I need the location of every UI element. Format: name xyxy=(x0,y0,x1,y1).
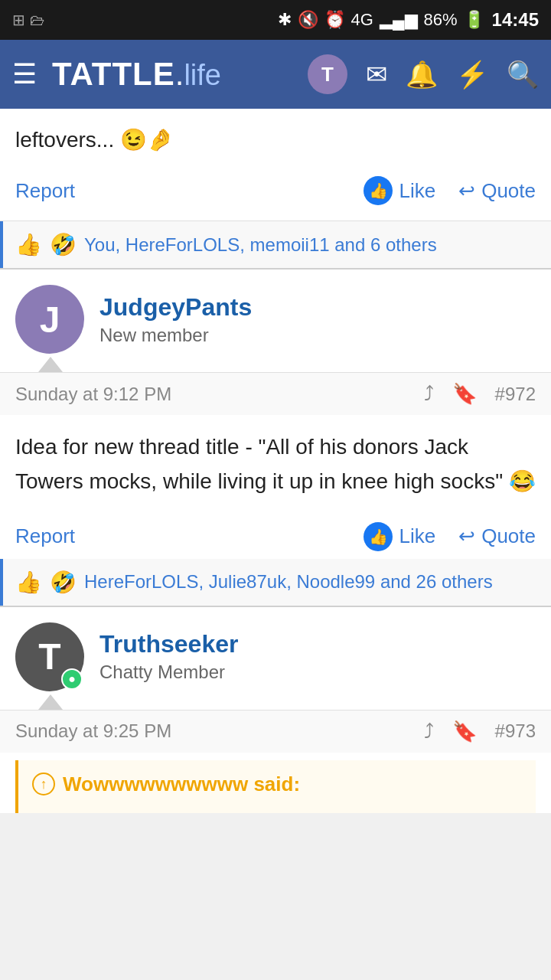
hamburger-menu-icon[interactable]: ☰ xyxy=(12,58,37,90)
online-icon: ● xyxy=(68,672,76,686)
like-reaction-icon: 👍 xyxy=(15,232,42,257)
report-button-972[interactable]: Report xyxy=(15,524,75,548)
alarm-icon: ⏰ xyxy=(324,10,345,30)
post-972: J JudgeyPants New member Sunday at 9:12 … xyxy=(0,270,551,606)
quote-icon: ↩ xyxy=(458,179,475,203)
lightning-icon[interactable]: ⚡ xyxy=(456,59,488,90)
quote-up-icon-973[interactable]: ↑ xyxy=(32,773,55,795)
top-navigation: ☰ TATTLE . life T ✉ 🔔 ⚡ 🔍 xyxy=(0,40,551,109)
like-thumb-icon: 👍 xyxy=(364,176,393,205)
username-judgeypants[interactable]: JudgeyPants xyxy=(99,293,536,322)
like-reaction-icon-972: 👍 xyxy=(15,570,42,595)
report-button[interactable]: Report xyxy=(15,179,75,203)
post-fragment-actions: Report 👍 Like ↩ Quote xyxy=(15,168,536,213)
post-972-meta: Sunday at 9:12 PM ⤴ 🔖 #972 xyxy=(0,372,551,415)
bookmark-icon-973[interactable]: 🔖 xyxy=(452,720,477,743)
user-info-judgeypants: JudgeyPants New member xyxy=(99,293,536,346)
like-label-972: Like xyxy=(399,524,435,548)
site-logo: TATTLE . life xyxy=(52,56,292,93)
post-pointer-972 xyxy=(38,357,63,372)
status-bar: ⊞ 🗁 ✱ 🔇 ⏰ 4G ▂▄▆ 86% 🔋 14:45 xyxy=(0,0,551,40)
quote-author-name-973: Wowwwwwwwwww said: xyxy=(63,773,300,796)
signal-bars: ▂▄▆ xyxy=(380,10,418,30)
post-fragment-text: leftovers... 😉🤌 xyxy=(15,124,536,156)
nav-icons: T ✉ 🔔 ⚡ 🔍 xyxy=(308,54,539,94)
post-973-time: Sunday at 9:25 PM xyxy=(15,720,171,742)
reaction-names-fragment[interactable]: You, HereForLOLS, memoii11 and 6 others xyxy=(84,234,437,256)
quote-author-973: ↑ Wowwwwwwwwww said: xyxy=(32,773,522,796)
share-icon-973[interactable]: ⤴ xyxy=(424,720,434,743)
reactions-bar-972: 👍 🤣 HereForLOLS, Julie87uk, Noodle99 and… xyxy=(0,559,551,606)
post-number-973: #973 xyxy=(495,720,536,742)
status-icons: ✱ 🔇 ⏰ 4G ▂▄▆ 86% 🔋 xyxy=(278,10,484,30)
quote-label-972: Quote xyxy=(481,524,536,548)
like-thumb-icon-972: 👍 xyxy=(364,522,393,551)
avatar-truthseeker: T ● xyxy=(15,622,84,691)
quote-icon-972: ↩ xyxy=(458,524,475,548)
bell-icon[interactable]: 🔔 xyxy=(406,59,438,90)
like-label: Like xyxy=(399,179,435,203)
post-973-meta-right: ⤴ 🔖 #973 xyxy=(424,720,536,743)
like-button-972[interactable]: 👍 Like xyxy=(364,522,435,551)
post-972-time: Sunday at 9:12 PM xyxy=(15,384,171,405)
share-icon-972[interactable]: ⤴ xyxy=(424,382,434,406)
reaction-names-972[interactable]: HereForLOLS, Julie87uk, Noodle99 and 26 … xyxy=(84,571,493,593)
like-quote-actions-972: 👍 Like ↩ Quote xyxy=(364,522,536,551)
like-button[interactable]: 👍 Like xyxy=(364,176,435,205)
post-972-meta-right: ⤴ 🔖 #972 xyxy=(424,382,536,406)
signal-icon: 4G xyxy=(351,10,373,30)
logo-dot: . xyxy=(175,56,184,93)
battery-icon: 🔋 xyxy=(464,10,484,30)
quote-label: Quote xyxy=(481,179,536,203)
username-truthseeker[interactable]: Truthseeker xyxy=(99,630,536,658)
user-role-truthseeker: Chatty Member xyxy=(99,662,536,683)
laugh-reaction-icon: 🤣 xyxy=(50,232,77,257)
post-973-meta: Sunday at 9:25 PM ⤴ 🔖 #973 xyxy=(0,710,551,753)
status-left-icons: ⊞ 🗁 xyxy=(12,11,45,29)
quote-button[interactable]: ↩ Quote xyxy=(458,179,536,203)
post-972-actions: Report 👍 Like ↩ Quote xyxy=(0,514,551,559)
laugh-reaction-icon-972: 🤣 xyxy=(50,570,77,595)
mail-icon[interactable]: ✉ xyxy=(366,59,387,90)
online-badge-truthseeker: ● xyxy=(61,668,83,690)
post-972-body: Idea for new thread title - "All of his … xyxy=(0,415,551,514)
mute-icon: 🔇 xyxy=(298,10,318,30)
user-info-truthseeker: Truthseeker Chatty Member xyxy=(99,630,536,683)
post-973-header: T ● Truthseeker Chatty Member xyxy=(0,607,551,691)
post-pointer-973 xyxy=(38,694,63,710)
battery-level: 86% xyxy=(424,10,458,30)
post-973: T ● Truthseeker Chatty Member Sunday at … xyxy=(0,607,551,813)
post-number-972: #972 xyxy=(495,384,536,405)
bookmark-icon-972[interactable]: 🔖 xyxy=(452,382,477,406)
user-avatar[interactable]: T xyxy=(308,54,347,94)
quote-block-973: ↑ Wowwwwwwwwww said: xyxy=(15,760,536,813)
like-quote-actions: 👍 Like ↩ Quote xyxy=(364,176,536,205)
avatar-judgeypants: J xyxy=(15,285,84,354)
clock: 14:45 xyxy=(492,9,539,31)
user-role-judgeypants: New member xyxy=(99,325,536,346)
quote-button-972[interactable]: ↩ Quote xyxy=(458,524,536,548)
post-972-header: J JudgeyPants New member xyxy=(0,270,551,354)
logo-life: life xyxy=(184,59,221,92)
post-fragment: leftovers... 😉🤌 Report 👍 Like ↩ Quote xyxy=(0,109,551,221)
reactions-bar-fragment: 👍 🤣 You, HereForLOLS, memoii11 and 6 oth… xyxy=(0,221,551,268)
bluetooth-icon: ✱ xyxy=(278,10,292,30)
logo-tattle: TATTLE xyxy=(52,56,175,93)
search-icon[interactable]: 🔍 xyxy=(507,59,539,90)
